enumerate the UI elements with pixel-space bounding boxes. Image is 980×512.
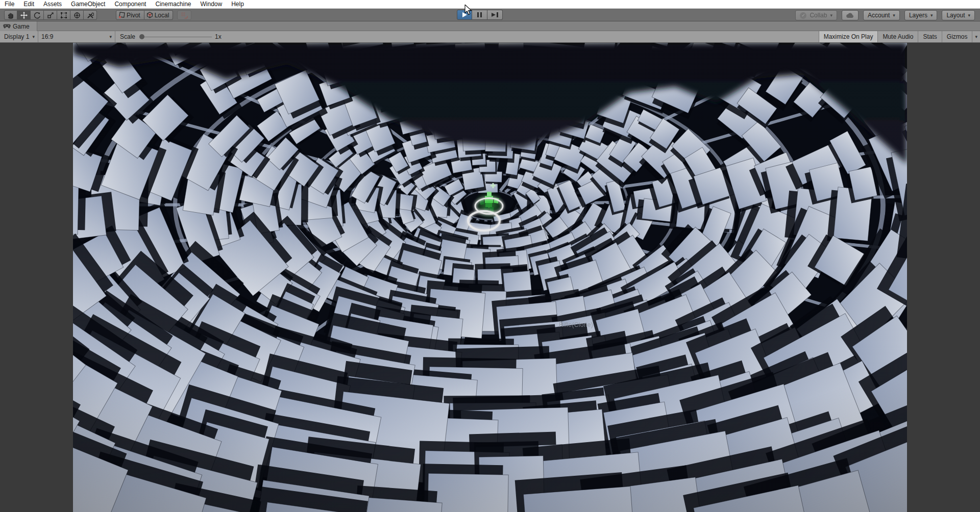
gamepad-icon [3,24,11,29]
rotate-tool-icon [34,12,41,19]
maximize-on-play-button[interactable]: Maximize On Play [819,31,878,42]
chevron-down-icon: ▾ [32,34,35,39]
chevron-down-icon: ▾ [830,13,832,18]
menu-window[interactable]: Window [196,0,227,9]
game-view-area: Rifle(Clone) [0,43,980,512]
chevron-down-icon: ▾ [968,13,970,18]
pause-icon [477,12,482,17]
grid-snap-button[interactable] [177,10,191,20]
gizmos-button[interactable]: Gizmos [942,31,972,42]
main-toolbar: Pivot Local ✓ [0,9,980,21]
pivot-toggle-button[interactable]: Pivot [116,10,144,20]
aspect-ratio-dropdown[interactable]: 16:9 ▾ [38,31,115,42]
local-toggle-button[interactable]: Local [144,10,174,20]
game-view-control-bar: Display 1 ▾ 16:9 ▾ Scale 1x Maximize On … [0,31,980,43]
transform-tool-button[interactable] [70,10,84,20]
account-label: Account [868,12,890,19]
display-label: Display 1 [4,33,29,40]
step-button[interactable] [487,10,503,20]
gizmos-dropdown-arrow[interactable]: ▾ [972,31,980,42]
collab-dropdown[interactable]: ✓ Collab ▾ [795,10,837,20]
scale-value: 1x [215,33,222,40]
play-button[interactable] [457,10,472,20]
menu-gameobject[interactable]: GameObject [66,0,110,9]
menu-help[interactable]: Help [227,0,249,9]
scale-slider[interactable] [139,31,212,42]
grid-snap-icon [181,12,188,19]
scale-tool-button[interactable] [44,10,57,20]
pivot-label: Pivot [127,12,140,19]
chevron-down-icon: ▾ [930,13,933,18]
mute-audio-button[interactable]: Mute Audio [877,31,918,42]
scale-slider-knob[interactable] [139,34,144,39]
transform-tool-icon [74,12,81,19]
view-tab-bar: Game [0,21,980,31]
unity-editor-window: File Edit Assets GameObject Component Ci… [0,0,980,512]
collab-label: Collab [810,12,827,19]
menu-assets[interactable]: Assets [39,0,66,9]
layout-label: Layout [946,12,965,19]
scale-tool-icon [47,12,54,19]
custom-tools-icon [87,12,94,19]
game-viewport[interactable]: Rifle(Clone) [73,43,907,512]
move-tool-icon [20,12,28,19]
hand-tool-button[interactable] [4,10,17,20]
step-icon [492,13,496,17]
tab-game[interactable]: Game [0,21,37,31]
account-dropdown[interactable]: Account ▾ [863,10,900,20]
menu-cinemachine[interactable]: Cinemachine [151,0,195,9]
pivot-icon [118,12,125,18]
scale-label: Scale [120,33,135,40]
hand-tool-icon [7,12,14,19]
toolbar-right-group: ✓ Collab ▾ Account ▾ Layers ▾ Layout ▾ [795,10,975,20]
aspect-label: 16:9 [41,33,53,40]
cloud-icon [846,13,854,18]
playmode-buttons [457,10,503,20]
display-dropdown[interactable]: Display 1 ▾ [0,31,38,42]
move-tool-button[interactable] [17,10,31,20]
tab-game-label: Game [13,23,30,30]
chevron-down-icon: ▾ [893,13,895,18]
local-cube-icon [146,12,153,18]
entity-label: Rifle(Clone) [559,321,593,328]
menu-component[interactable]: Component [110,0,151,9]
layers-label: Layers [909,12,927,19]
pivot-local-group: Pivot Local [116,10,173,20]
menu-file[interactable]: File [0,0,19,9]
scale-control: Scale 1x [115,31,222,42]
custom-tools-button[interactable] [84,10,97,20]
scale-slider-track[interactable] [139,37,212,38]
stats-button[interactable]: Stats [918,31,941,42]
rect-tool-button[interactable] [57,10,70,20]
cloud-button[interactable] [842,10,859,20]
local-label: Local [155,12,169,19]
pause-button[interactable] [472,10,487,20]
collab-check-icon: ✓ [800,12,806,19]
layers-dropdown[interactable]: Layers ▾ [904,10,938,20]
menu-bar: File Edit Assets GameObject Component Ci… [0,0,980,9]
play-icon [462,12,467,17]
transform-tools-group [4,10,97,20]
city-scene [73,43,907,512]
rect-tool-icon [60,12,67,19]
rotate-tool-button[interactable] [31,10,44,20]
chevron-down-icon: ▾ [109,34,112,39]
menu-edit[interactable]: Edit [19,0,39,9]
layout-dropdown[interactable]: Layout ▾ [942,10,975,20]
